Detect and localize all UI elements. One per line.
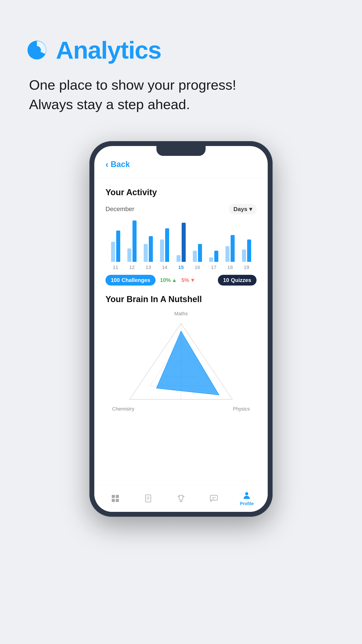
bar-light: [111, 242, 115, 262]
bar-group-14: 14: [157, 217, 173, 270]
percent-down: 5% ▼: [181, 277, 195, 283]
person-icon: [242, 491, 251, 500]
bar-group-11: 11: [108, 217, 123, 270]
radar-chart-container: Maths: [105, 311, 257, 412]
screen-content: ‹ Back Your Activity December Days ▾: [94, 146, 268, 485]
days-pill[interactable]: Days ▾: [229, 204, 257, 214]
bar-group-19: 19: [239, 217, 254, 270]
bar-group-12: 12: [124, 217, 140, 270]
bar-dark: [231, 235, 235, 262]
nav-item-home[interactable]: [104, 494, 126, 503]
header-subtitle: One place to show your progress! Always …: [27, 75, 335, 114]
svg-point-22: [245, 492, 248, 495]
percent-down-value: 5%: [181, 277, 189, 283]
radar-label-maths: Maths: [174, 311, 188, 317]
bar-pair: [144, 217, 153, 262]
bar-group-17: 17: [206, 217, 222, 270]
bar-pair: [193, 217, 202, 262]
activity-title: Your Activity: [105, 188, 257, 197]
bar-day-label-highlight: 15: [178, 264, 184, 270]
bar-light: [127, 248, 131, 262]
back-chevron-icon: ‹: [105, 160, 108, 170]
quizzes-pill: 10 Quizzes: [218, 275, 257, 286]
percent-up-value: 10%: [160, 277, 171, 283]
arrow-down-icon: ▼: [190, 277, 196, 283]
bar-light: [193, 251, 197, 262]
nav-label-profile: Profile: [240, 501, 254, 506]
chevron-down-icon: ▾: [249, 206, 252, 213]
bar-pair: [111, 217, 120, 262]
bar-pair: [242, 217, 251, 262]
days-label: Days: [234, 206, 247, 213]
bar-day-label: 19: [244, 264, 249, 270]
activity-section: Your Activity December Days ▾: [105, 188, 257, 286]
bar-dark: [149, 236, 153, 262]
divider: [94, 178, 268, 179]
back-label: Back: [111, 160, 130, 169]
nav-item-profile[interactable]: Profile: [236, 491, 258, 506]
bar-dark: [198, 244, 202, 262]
bar-chart: 11 12: [105, 221, 257, 270]
svg-rect-12: [116, 499, 119, 502]
quizzes-count: 10: [223, 277, 229, 283]
bar-dark: [214, 251, 218, 262]
bar-day-label: 13: [145, 264, 151, 270]
book-icon: [144, 494, 153, 503]
activity-header: December Days ▾: [105, 204, 257, 214]
bottom-nav: Profile: [94, 485, 268, 512]
bar-group-13: 13: [141, 217, 156, 270]
trophy-icon: [177, 494, 185, 503]
svg-rect-10: [116, 495, 119, 498]
quizzes-label: Quizzes: [231, 277, 251, 283]
nav-item-trophy[interactable]: [170, 494, 192, 503]
bar-group-18: 18: [222, 217, 238, 270]
phone-container: ‹ Back Your Activity December Days ▾: [0, 141, 362, 539]
radar-bottom-labels: Chemistry Physics: [110, 406, 252, 412]
bar-day-label: 14: [162, 264, 167, 270]
bar-light: [160, 240, 164, 262]
svg-rect-9: [112, 495, 115, 498]
bar-day-label: 12: [129, 264, 134, 270]
radar-label-physics: Physics: [233, 406, 250, 412]
page-title: Analytics: [56, 36, 161, 64]
phone-screen: ‹ Back Your Activity December Days ▾: [94, 146, 268, 512]
back-button[interactable]: ‹ Back: [105, 160, 257, 170]
arrow-up-icon: ▲: [172, 277, 177, 283]
bar-light: [225, 246, 230, 262]
svg-point-1: [33, 46, 41, 54]
bar-dark: [247, 240, 251, 262]
grid-icon: [111, 494, 120, 503]
bar-pair: [177, 217, 186, 262]
nav-item-study[interactable]: [137, 494, 159, 503]
bar-day-label: 18: [228, 264, 233, 270]
chat-icon: [209, 494, 218, 503]
bar-group-16: 16: [189, 217, 205, 270]
bar-dark: [165, 228, 169, 262]
radar-svg: [125, 319, 237, 404]
bar-dark: [132, 220, 137, 262]
month-label: December: [105, 206, 134, 213]
bar-light: [242, 250, 246, 262]
challenges-pill: 100 Challenges: [105, 275, 156, 286]
radar-label-chemistry: Chemistry: [112, 406, 134, 412]
bar-day-label: 16: [195, 264, 200, 270]
bar-day-label: 11: [113, 264, 118, 270]
bar-pair: [225, 217, 235, 262]
svg-rect-11: [112, 499, 115, 502]
title-row: Analytics: [27, 36, 335, 64]
phone-notch: [156, 146, 206, 156]
brain-section: Your Brain In A Nutshell Maths: [105, 294, 257, 412]
header-section: Analytics One place to show your progres…: [0, 0, 362, 128]
bar-group-15: 15: [173, 217, 189, 270]
bar-day-label: 17: [211, 264, 216, 270]
bar-pair: [160, 217, 169, 262]
bar-light: [144, 244, 148, 262]
bar-light: [177, 255, 181, 262]
bar-light: [209, 258, 213, 262]
brain-title: Your Brain In A Nutshell: [105, 294, 257, 304]
challenges-label: Challenges: [122, 277, 150, 283]
bar-pair: [127, 217, 137, 262]
nav-item-chat[interactable]: [203, 494, 225, 503]
bar-dark: [116, 230, 120, 262]
phone-mockup: ‹ Back Your Activity December Days ▾: [89, 141, 273, 517]
